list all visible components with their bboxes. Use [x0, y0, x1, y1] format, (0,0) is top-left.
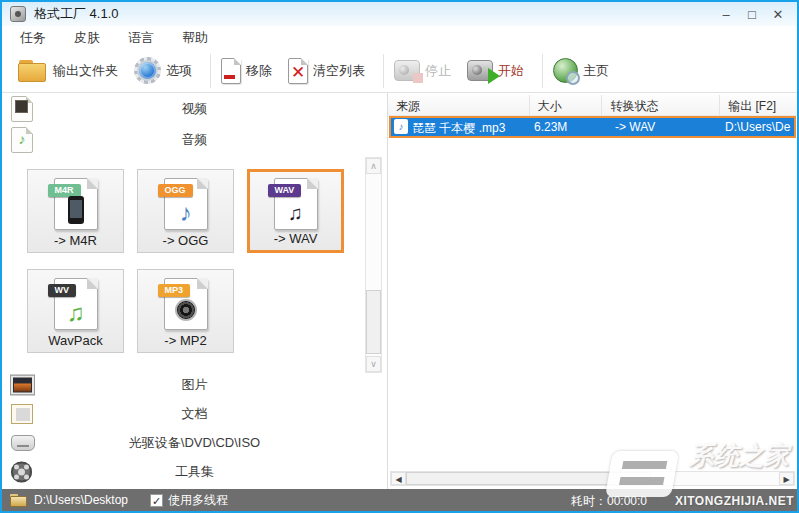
- sidebar-item-toolset[interactable]: 工具集: [2, 457, 387, 487]
- minimize-button[interactable]: –: [713, 7, 739, 22]
- hscrollbar-thumb[interactable]: [406, 472, 651, 485]
- elapsed-time: 耗时：00:00:0: [571, 493, 647, 510]
- format-card-ogg[interactable]: OGG ♪ -> OGG: [137, 169, 234, 253]
- wav-tag: WAV: [268, 184, 302, 197]
- sidebar-scrollbar[interactable]: ∧ ∨: [365, 157, 382, 373]
- app-window: 格式工厂 4.1.0 – □ ✕ 任务 皮肤 语言 帮助 输出文件夹 选项 移除…: [0, 0, 799, 513]
- video-label: 视频: [2, 100, 387, 118]
- output-path[interactable]: D:\Users\Desktop: [34, 493, 128, 507]
- maximize-button[interactable]: □: [739, 7, 765, 22]
- remove-label: 移除: [246, 62, 272, 80]
- window-title: 格式工厂 4.1.0: [34, 5, 119, 23]
- home-globe-icon: [553, 58, 578, 83]
- sidebar-item-document[interactable]: 文档: [2, 399, 387, 428]
- wavpack-label: WavPack: [28, 333, 123, 348]
- output-folder-label: 输出文件夹: [53, 62, 118, 80]
- start-icon: [467, 60, 493, 81]
- ogg-tag: OGG: [158, 184, 193, 197]
- sidebar: 视频 ♪ 音频 M4R -> M4R OGG ♪ -> OGG: [2, 93, 387, 489]
- stop-icon: [394, 60, 420, 81]
- ogg-file-icon: OGG ♪: [164, 178, 208, 230]
- wav-label: -> WAV: [250, 231, 341, 246]
- stop-button[interactable]: 停止: [394, 60, 451, 81]
- task-output: D:\Users\De: [725, 120, 790, 134]
- wv-tag: WV: [48, 284, 77, 297]
- ogg-label: -> OGG: [138, 233, 233, 248]
- menu-language[interactable]: 语言: [128, 29, 154, 47]
- audio-file-icon: ♪: [394, 119, 408, 134]
- format-card-m4r[interactable]: M4R -> M4R: [27, 169, 124, 253]
- multithread-label: 使用多线程: [168, 492, 228, 509]
- task-row-selected[interactable]: ♪ 琵琶 千本樱 .mp3 6.23M -> WAV D:\Users\De: [389, 116, 796, 138]
- m4r-file-icon: M4R: [54, 178, 98, 230]
- column-source[interactable]: 来源: [388, 95, 530, 116]
- menu-task[interactable]: 任务: [20, 29, 46, 47]
- gear-icon: [134, 57, 161, 84]
- menu-bar: 任务 皮肤 语言 帮助: [2, 26, 797, 49]
- toolbar-separator: [383, 54, 384, 88]
- output-folder-button[interactable]: 输出文件夹: [18, 60, 118, 82]
- clear-list-label: 清空列表: [313, 62, 365, 80]
- column-size[interactable]: 大小: [530, 95, 603, 116]
- mp2-label: -> MP2: [138, 333, 233, 348]
- sidebar-item-rom-device[interactable]: 光驱设备\DVD\CD\ISO: [2, 428, 387, 457]
- audio-label: 音频: [2, 131, 387, 149]
- document-label: 文档: [2, 405, 387, 423]
- phone-icon: [68, 196, 84, 224]
- task-list-hscrollbar[interactable]: ◀ ▶: [390, 471, 795, 486]
- format-card-wavpack[interactable]: WV ♫ WavPack: [27, 269, 124, 353]
- clear-list-icon: ✕: [288, 58, 308, 84]
- menu-help[interactable]: 帮助: [182, 29, 208, 47]
- music-notes-icon: ♫: [55, 299, 97, 327]
- wav-file-icon: WAV ♫: [274, 178, 318, 230]
- format-card-mp2[interactable]: MP3 -> MP2: [137, 269, 234, 353]
- output-folder-icon: [18, 60, 48, 82]
- home-button[interactable]: 主页: [553, 58, 609, 83]
- remove-icon: [221, 58, 241, 84]
- scroll-up-icon[interactable]: ∧: [366, 158, 381, 174]
- rom-device-label: 光驱设备\DVD\CD\ISO: [2, 434, 387, 452]
- wavpack-file-icon: WV ♫: [54, 278, 98, 330]
- start-button[interactable]: 开始: [467, 60, 524, 81]
- menu-skin[interactable]: 皮肤: [74, 29, 100, 47]
- mp3-tag: MP3: [158, 284, 191, 297]
- start-label: 开始: [498, 62, 524, 80]
- options-button[interactable]: 选项: [134, 57, 192, 84]
- scrollbar-thumb[interactable]: [366, 290, 381, 354]
- remove-button[interactable]: 移除: [221, 58, 272, 84]
- task-list-panel: 来源 大小 转换状态 输出 [F2] ♪ 琵琶 千本樱 .mp3 6.23M -…: [387, 93, 797, 489]
- multithread-checkbox[interactable]: ✓: [150, 494, 163, 507]
- title-bar: 格式工厂 4.1.0 – □ ✕: [2, 2, 797, 26]
- status-bar: D:\Users\Desktop ✓ 使用多线程 耗时：00:00:0: [2, 489, 797, 511]
- clear-list-button[interactable]: ✕ 清空列表: [288, 58, 365, 84]
- sidebar-item-video[interactable]: 视频: [2, 94, 387, 124]
- sidebar-item-picture[interactable]: 图片: [2, 370, 387, 399]
- sidebar-item-audio[interactable]: ♪ 音频: [2, 124, 387, 156]
- toolbar-separator: [210, 54, 211, 88]
- app-icon: [10, 6, 26, 22]
- speaker-icon: [175, 299, 197, 321]
- task-size: 6.23M: [534, 120, 567, 134]
- toolbar: 输出文件夹 选项 移除 ✕ 清空列表 停止 开始 主页: [2, 49, 797, 93]
- picture-label: 图片: [2, 376, 387, 394]
- toolbar-separator: [542, 54, 543, 88]
- toolset-label: 工具集: [2, 463, 387, 481]
- options-label: 选项: [166, 62, 192, 80]
- scroll-left-icon[interactable]: ◀: [391, 472, 406, 485]
- home-label: 主页: [583, 62, 609, 80]
- mp2-file-icon: MP3: [164, 278, 208, 330]
- close-button[interactable]: ✕: [765, 7, 791, 22]
- column-status[interactable]: 转换状态: [602, 95, 720, 116]
- m4r-label: -> M4R: [28, 233, 123, 248]
- column-output[interactable]: 输出 [F2]: [720, 95, 797, 116]
- task-list-header: 来源 大小 转换状态 输出 [F2]: [388, 95, 797, 116]
- scroll-right-icon[interactable]: ▶: [779, 472, 794, 485]
- task-source: 琵琶 千本樱 .mp3: [412, 120, 505, 137]
- music-note-icon: ♪: [165, 199, 207, 227]
- format-card-wav[interactable]: WAV ♫ -> WAV: [247, 169, 344, 253]
- music-notes-icon: ♫: [275, 199, 317, 227]
- stop-label: 停止: [425, 62, 451, 80]
- output-path-folder-icon[interactable]: [10, 494, 27, 507]
- window-controls: – □ ✕: [713, 2, 791, 26]
- task-status: -> WAV: [615, 120, 655, 134]
